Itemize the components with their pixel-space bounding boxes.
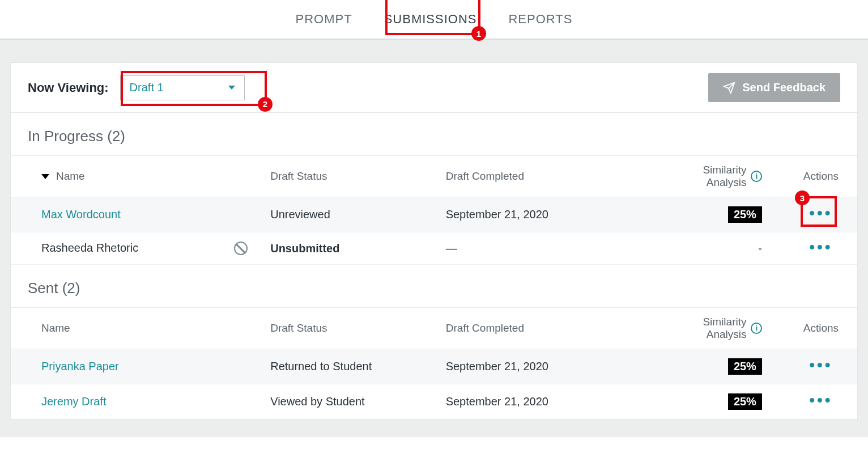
send-feedback-button[interactable]: Send Feedback [708,73,840,102]
paper-plane-icon [723,82,735,94]
chevron-down-icon [228,86,235,90]
student-name-link[interactable]: Jeremy Draft [41,395,106,408]
row-actions-menu[interactable]: ••• [809,204,832,222]
row-actions-menu[interactable]: ••• [809,356,832,374]
table-row: Max WordcountUnreviewedSeptember 21, 202… [11,197,857,232]
draft-status: Returned to Student [270,360,372,372]
unsubmitted-icon [234,242,248,255]
section-title-sent: Sent (2) [11,265,857,307]
draft-completed: September 21, 2020 [446,360,548,372]
draft-select-value: Draft 1 [130,81,164,94]
sent-body: Priyanka PaperReturned to StudentSeptemb… [11,349,857,420]
sort-desc-icon [41,174,49,179]
section-title-in-progress: In Progress (2) [11,113,857,155]
row-actions-menu[interactable]: ••• [809,391,832,409]
table-row: Rasheeda RhetoricUnsubmitted—-••• [11,232,857,265]
col-header-status-label: Draft Status [270,322,327,334]
col-header-similarity[interactable]: Similarity Analysisi [658,156,785,197]
sent-table: Name Draft Status Draft Completed Simila… [11,307,857,420]
student-name-link[interactable]: Max Wordcount [41,208,121,221]
annotation-badge-2: 2 [258,97,273,112]
col-header-completed[interactable]: Draft Completed [440,308,658,349]
info-icon[interactable]: i [751,171,761,182]
info-icon[interactable]: i [751,323,761,334]
col-header-name[interactable]: Name [11,156,265,197]
tab-prompt[interactable]: PROMPT [293,7,355,31]
col-header-similarity[interactable]: Similarity Analysisi [658,308,785,349]
now-viewing-group: Now Viewing: Draft 1 2 [28,75,245,100]
col-header-actions: Actions [785,156,857,197]
similarity-badge[interactable]: 25% [728,206,762,223]
draft-completed: September 21, 2020 [446,395,548,408]
col-header-status-label: Draft Status [270,170,327,183]
send-feedback-label: Send Feedback [742,81,826,94]
submissions-card: Now Viewing: Draft 1 2 Send Feedback In … [10,62,858,420]
in-progress-body: Max WordcountUnreviewedSeptember 21, 202… [11,197,857,265]
now-viewing-label: Now Viewing: [28,81,109,95]
col-header-name-label: Name [41,322,70,334]
col-header-completed[interactable]: Draft Completed [440,156,658,197]
draft-status: Viewed by Student [270,395,364,408]
card-header: Now Viewing: Draft 1 2 Send Feedback [11,63,857,113]
draft-completed: September 21, 2020 [446,208,548,221]
draft-status: Unreviewed [270,208,330,221]
col-header-name[interactable]: Name [11,308,265,349]
col-header-status[interactable]: Draft Status [265,156,440,197]
col-header-completed-label: Draft Completed [446,322,524,334]
table-row: Priyanka PaperReturned to StudentSeptemb… [11,349,857,384]
student-name-link[interactable]: Priyanka Paper [41,360,119,372]
table-row: Jeremy DraftViewed by StudentSeptember 2… [11,384,857,420]
col-header-similarity-label: Similarity Analysis [663,316,747,341]
content-area: Now Viewing: Draft 1 2 Send Feedback In … [0,40,868,437]
similarity-none: - [758,242,762,255]
col-header-completed-label: Draft Completed [446,170,524,183]
similarity-badge[interactable]: 25% [728,358,762,375]
draft-completed: — [446,242,457,255]
in-progress-table: Name Draft Status Draft Completed Simila… [11,155,857,265]
similarity-badge[interactable]: 25% [728,393,762,410]
tab-submissions[interactable]: SUBMISSIONS [382,7,479,31]
col-header-actions-label: Actions [803,322,839,334]
student-name: Rasheeda Rhetoric [41,242,138,254]
col-header-similarity-label: Similarity Analysis [663,164,747,189]
col-header-status[interactable]: Draft Status [265,308,440,349]
tab-reports[interactable]: REPORTS [506,7,575,31]
draft-status: Unsubmitted [270,242,339,255]
col-header-name-label: Name [56,170,85,183]
top-tabs: PROMPT SUBMISSIONS REPORTS 1 [0,0,868,40]
draft-select[interactable]: Draft 1 [120,75,245,100]
row-actions-menu[interactable]: ••• [809,238,832,256]
col-header-actions-label: Actions [803,170,839,183]
col-header-actions: Actions [785,308,857,349]
